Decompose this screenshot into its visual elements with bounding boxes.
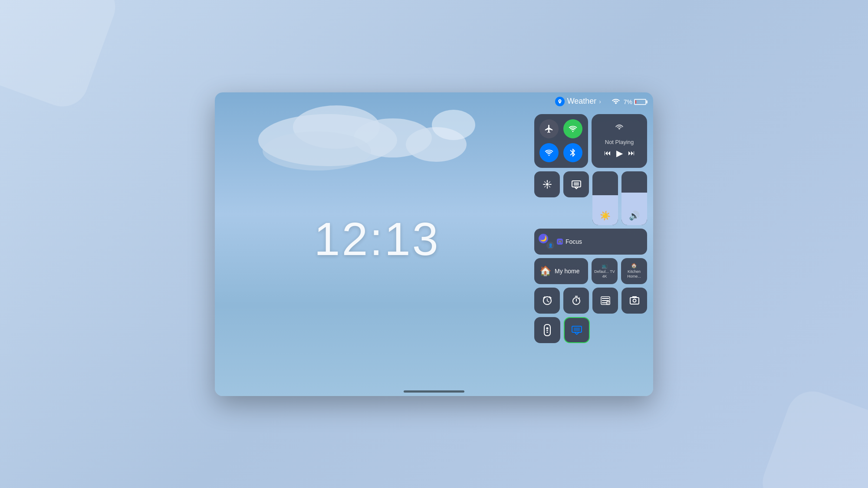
volume-icon: 🔊	[629, 210, 640, 221]
screen-mirror-small-button[interactable]	[563, 171, 589, 197]
airplane-mode-toggle[interactable]	[539, 119, 559, 138]
status-bar: Weather › 7%	[514, 92, 653, 112]
ipad-screen: 12:13 Weather › 7%	[215, 92, 653, 396]
hotspot-toggle[interactable]	[563, 119, 582, 138]
cloud-layer	[258, 105, 519, 192]
svg-point-0	[546, 183, 549, 186]
device-kitchen-label: Kitchen Home...	[623, 269, 645, 279]
device-kitchen-button[interactable]: 🏠 Kitchen Home...	[621, 258, 647, 284]
svg-rect-10	[546, 332, 548, 333]
volume-slider[interactable]: 🔊	[621, 171, 647, 225]
media-controls[interactable]: ⏮ ▶ ⏭	[604, 148, 635, 158]
battery-icon	[634, 99, 646, 105]
focus-block[interactable]: 🌙 👤 🎮 Focus	[534, 229, 647, 255]
text-recognition-button[interactable]	[592, 288, 618, 314]
home-icon: 🏠	[539, 265, 551, 277]
svg-point-8	[546, 327, 549, 329]
battery-percentage: 7%	[624, 98, 632, 105]
svg-rect-9	[546, 330, 548, 331]
prev-track-button[interactable]: ⏮	[604, 149, 611, 157]
play-pause-button[interactable]: ▶	[616, 148, 623, 158]
svg-rect-12	[574, 328, 580, 331]
weather-label: Weather	[567, 97, 597, 106]
cc-row-4: 🏠 My home 📺 Defaul... TV 4K 🏠 Kitchen Ho…	[534, 258, 647, 284]
kitchen-icon: 🏠	[631, 263, 637, 269]
not-playing-label: Not Playing	[605, 139, 634, 145]
svg-rect-2	[574, 182, 579, 186]
connectivity-block[interactable]	[534, 114, 588, 168]
cc-row-3: 🌙 👤 🎮 Focus	[534, 229, 647, 255]
person-icon: 👤	[546, 242, 554, 249]
weather-chevron-icon: ›	[599, 98, 601, 105]
moon-icon: 🌙	[539, 234, 548, 243]
alarm-button[interactable]	[534, 288, 560, 314]
cc-row-2: ☀️ 🔊	[534, 171, 647, 225]
focus-extra-icon: 🎮	[557, 239, 563, 245]
control-center: Not Playing ⏮ ▶ ⏭	[534, 114, 647, 343]
time-display: 12:13	[314, 212, 440, 266]
remote-button[interactable]	[534, 317, 560, 343]
weather-widget[interactable]: Weather ›	[555, 97, 601, 106]
tv-icon: 📺	[602, 263, 608, 269]
my-home-block[interactable]: 🏠 My home	[534, 258, 588, 284]
my-home-label: My home	[555, 268, 580, 275]
wifi-toggle[interactable]	[539, 143, 559, 162]
timer-button[interactable]	[563, 288, 589, 314]
home-indicator[interactable]	[404, 390, 464, 393]
screen-mirror-active-button[interactable]	[564, 317, 590, 343]
cc-row-5	[534, 288, 647, 314]
device-tv-label: Defaul... TV 4K	[593, 269, 616, 279]
bluetooth-toggle[interactable]	[563, 143, 582, 162]
location-icon	[555, 97, 565, 106]
now-playing-block[interactable]: Not Playing ⏮ ▶ ⏭	[592, 114, 647, 168]
airplay-icon	[614, 123, 625, 136]
device-tv-button[interactable]: 📺 Defaul... TV 4K	[592, 258, 618, 284]
cc-row-6	[534, 317, 647, 343]
focus-icons: 🌙 👤	[539, 234, 554, 249]
screenshot-button[interactable]	[621, 288, 647, 314]
cc-row-1: Not Playing ⏮ ▶ ⏭	[534, 114, 647, 168]
battery-status: 7%	[624, 98, 646, 105]
rotation-lock-button[interactable]	[534, 171, 560, 197]
brightness-slider[interactable]: ☀️	[592, 171, 618, 225]
focus-label: Focus	[566, 238, 582, 245]
wifi-status-icon	[612, 98, 620, 107]
next-track-button[interactable]: ⏭	[628, 149, 635, 157]
brightness-icon: ☀️	[600, 210, 611, 221]
